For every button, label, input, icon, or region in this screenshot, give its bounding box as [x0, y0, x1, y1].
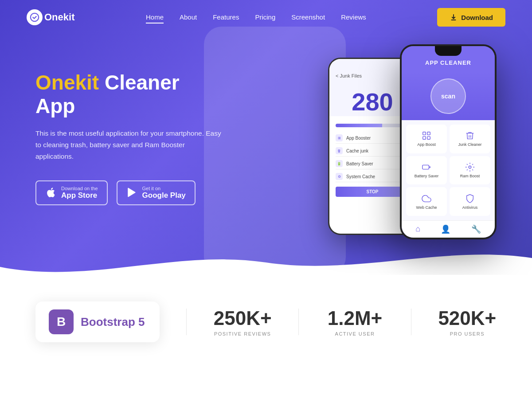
cache-icon: 🗑 — [336, 147, 343, 154]
menu-label-1: App Booster — [346, 136, 371, 141]
home-nav-icon[interactable]: ⌂ — [415, 224, 420, 234]
hero-title-accent: Onekit — [35, 71, 99, 94]
battery-icon: 🔋 — [336, 160, 343, 167]
nav-links: Home About Features Pricing Screenshot R… — [146, 13, 366, 21]
menu-item-4: ⚙ System Cache — [336, 171, 409, 182]
grid-label-6: Antivirus — [462, 205, 478, 210]
apple-icon — [45, 187, 57, 200]
nav-home[interactable]: Home — [146, 13, 164, 23]
nav-screenshot[interactable]: Screenshot — [291, 13, 325, 21]
stats-section: B Bootstrap 5 250K+ Positive Reviews 1.2… — [0, 275, 532, 360]
hero-section: APP CLEANER Scan Onekit Cleaner App This… — [0, 0, 532, 275]
hero-title: Onekit Cleaner App — [35, 71, 222, 118]
download-button[interactable]: Download — [437, 8, 505, 27]
back-header-label: < Junk Files — [336, 73, 362, 78]
svg-rect-6 — [427, 132, 430, 135]
bootstrap-icon: B — [49, 309, 74, 334]
front-scan-area: scan — [402, 72, 495, 120]
stop-button[interactable]: STOP — [336, 187, 409, 197]
scan-button[interactable]: scan — [430, 78, 466, 114]
stat-reviews: 250K+ Positive Reviews — [213, 307, 272, 336]
menu-label-3: Battery Saver — [346, 161, 373, 166]
grid-label-1: App Boost — [417, 142, 436, 147]
bootstrap-label: Bootstrap 5 — [81, 315, 145, 329]
stat-divider-3 — [411, 309, 411, 335]
stat-reviews-number: 250K+ — [213, 307, 272, 329]
front-grid: App Boost Junk Cleaner Battery Saver Ram… — [402, 120, 495, 220]
logo: Onekit — [27, 9, 74, 25]
front-header-title: APP CLEANER — [408, 59, 489, 66]
stat-users-number: 1.2M+ — [325, 307, 384, 329]
svg-rect-7 — [423, 137, 426, 139]
download-btn-label: Download — [461, 14, 493, 21]
svg-point-10 — [469, 166, 471, 168]
profile-nav-icon[interactable]: 👤 — [441, 224, 450, 234]
logo-icon — [27, 9, 43, 25]
nav-reviews[interactable]: Reviews — [341, 13, 366, 21]
svg-rect-5 — [423, 132, 426, 135]
system-icon: ⚙ — [336, 173, 343, 180]
back-progress-fill — [336, 124, 382, 127]
grid-web-cache: Web Cache — [406, 187, 447, 216]
tools-nav-icon[interactable]: 🔧 — [471, 224, 481, 234]
nav-about[interactable]: About — [180, 13, 197, 21]
nav-pricing[interactable]: Pricing — [255, 13, 275, 21]
grid-label-2: Junk Cleaner — [458, 142, 481, 147]
grid-label-3: Battery Saver — [415, 174, 439, 178]
grid-label-5: Web Cache — [416, 205, 437, 210]
stat-users-label: Active User — [325, 331, 384, 336]
back-progress-bar — [336, 124, 409, 127]
stat-pro-number: 520K+ — [438, 307, 497, 329]
google-play-label-top: Get it on — [142, 186, 186, 191]
stat-divider-2 — [298, 309, 299, 335]
bootstrap-badge: B Bootstrap 5 — [35, 301, 160, 342]
app-store-button[interactable]: Download on the App Store — [35, 180, 108, 205]
app-booster-icon: ⊞ — [336, 134, 343, 141]
grid-app-boost: App Boost — [406, 125, 447, 153]
grid-battery-saver: Battery Saver — [406, 156, 447, 185]
hero-buttons: Download on the App Store Get it on Goog… — [35, 180, 222, 205]
stat-divider-1 — [186, 309, 187, 335]
app-store-label-top: Download on the — [61, 186, 98, 191]
phone-front: APP CLEANER scan App Boost Junk Cleaner — [400, 44, 497, 239]
grid-label-4: Ram Boost — [460, 174, 480, 178]
phones-container: < Junk Files 280 63% ⊞ App Booster 🗑 Cac… — [328, 44, 497, 257]
phone-front-screen: APP CLEANER scan App Boost Junk Cleaner — [402, 46, 495, 238]
front-bottom-nav: ⌂ 👤 🔧 — [402, 220, 495, 238]
stat-pro-label: Pro Users — [438, 331, 497, 336]
nav-features[interactable]: Features — [213, 13, 239, 21]
menu-item-2: 🗑 Cache junk — [336, 145, 409, 156]
menu-item-1: ⊞ App Booster — [336, 133, 409, 144]
svg-rect-9 — [422, 165, 429, 169]
grid-antivirus: Antivirus — [450, 187, 490, 216]
hero-content: Onekit Cleaner App This is the most usef… — [0, 0, 257, 241]
logo-text: Onekit — [44, 12, 74, 23]
grid-junk-cleaner: Junk Cleaner — [450, 125, 490, 153]
menu-label-2: Cache junk — [346, 149, 368, 153]
navbar: Onekit Home About Features Pricing Scree… — [0, 0, 532, 35]
stat-reviews-label: Positive Reviews — [213, 331, 272, 336]
google-play-icon — [126, 187, 138, 200]
svg-point-0 — [31, 13, 39, 21]
stat-users: 1.2M+ Active User — [325, 307, 384, 336]
hero-subtitle: This is the most useful application for … — [35, 128, 222, 163]
grid-ram-boost: Ram Boost — [450, 156, 490, 185]
phone-notch — [435, 46, 462, 56]
google-play-label-main: Google Play — [142, 191, 186, 200]
stat-pro: 520K+ Pro Users — [438, 307, 497, 336]
app-store-label-main: App Store — [61, 191, 98, 200]
menu-label-4: System Cache — [346, 174, 375, 179]
svg-rect-8 — [427, 137, 430, 139]
google-play-button[interactable]: Get it on Google Play — [117, 180, 196, 205]
menu-item-3: 🔋 Battery Saver — [336, 158, 409, 169]
